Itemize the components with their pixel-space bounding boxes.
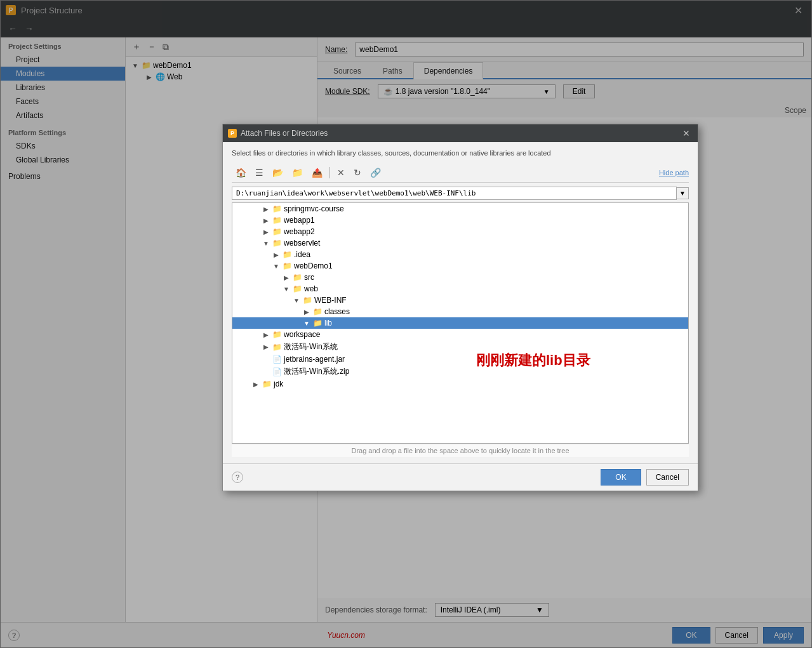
file-tree-item[interactable]: ▼ 📁 WEB-INF [232,294,688,306]
dialog-cancel-button[interactable]: Cancel [646,469,689,486]
link-button[interactable]: 🔗 [366,166,385,180]
file-item-label: jdk [274,380,283,388]
file-tree-item[interactable]: ▶ 📁 workspace [232,329,688,340]
dialog-toolbar: 🏠 ☰ 📂 📁 📤 ✕ ↻ 🔗 Hide path [232,163,689,183]
sidebar-item-facets[interactable]: Facets [1,95,125,109]
delete-button[interactable]: ✕ [333,166,349,180]
dialog-ok-button[interactable]: OK [601,469,641,486]
folder-icon: 📁 [313,319,323,327]
back-button[interactable]: ← [6,22,20,35]
sidebar-item-project[interactable]: Project [1,53,125,67]
name-input[interactable] [355,43,804,56]
file-tree-item[interactable]: ▼ 📁 webDemo1 [232,260,688,272]
folder-icon: 📁 [272,204,282,213]
tab-dependencies[interactable]: Dependencies [413,62,484,79]
sidebar-item-libraries[interactable]: Libraries [1,81,125,95]
sidebar-item-modules[interactable]: Modules [1,67,125,81]
sidebar-item-artifacts[interactable]: Artifacts [1,109,125,122]
forward-button[interactable]: → [22,22,36,35]
path-dropdown-button[interactable]: ▼ [677,187,689,199]
hide-path-link[interactable]: Hide path [659,169,689,176]
file-tree-item[interactable]: ▶ 📁 webapp2 [232,226,688,237]
file-tree-item[interactable]: ▼ 📁 webservlet [232,237,688,249]
file-tree-item[interactable]: ▶ 📁 jdk [232,378,688,390]
expand-arrow: ▶ [145,74,154,81]
ok-button[interactable]: OK [672,627,710,644]
help-icon[interactable]: ? [8,630,20,641]
title-bar-title: Project Structure [21,6,83,15]
storage-dropdown[interactable]: IntelliJ IDEA (.iml) ▼ [435,603,549,617]
folder-icon: 📁 [272,227,282,236]
dialog-footer: ? OK Cancel [223,463,698,491]
path-input[interactable] [232,187,677,200]
home-button[interactable]: 🏠 [232,166,250,180]
bottom-bar: ? Yuucn.com OK Cancel Apply [1,622,811,647]
list-view-button[interactable]: ☰ [251,166,267,180]
file-item-label: .idea [294,250,310,259]
sidebar-item-problems[interactable]: Problems [1,167,125,183]
platform-settings-label: Platform Settings [1,122,125,139]
file-item-label: workspace [284,330,320,339]
file-tree-item[interactable]: ▶ 📁 webapp1 [232,215,688,226]
scope-header-row: Scope [317,103,811,117]
dialog-close-button[interactable]: ✕ [680,128,693,138]
file-item-label: lib [324,319,332,327]
folder-icon: 📁 [142,61,151,70]
sidebar-item-sdks[interactable]: SDKs [1,139,125,153]
new-folder-button[interactable]: 📁 [288,166,307,180]
storage-label: Dependencies storage format: [325,605,427,614]
refresh-button[interactable]: ↻ [350,166,365,180]
sdk-value: 1.8 java version "1.8.0_144" [396,87,490,96]
sdk-dropdown[interactable]: ☕ 1.8 java version "1.8.0_144" ▼ [378,84,556,98]
folder-icon: 📁 [293,273,302,282]
file-tree-item[interactable]: ▶ 📁 .idea [232,249,688,260]
title-bar-left: P Project Structure [6,5,83,15]
file-tree-item[interactable]: 📄 jetbrains-agent.jar [232,354,688,365]
cancel-button[interactable]: Cancel [715,627,758,644]
file-tree-item[interactable]: ▶ 📁 springmvc-course [232,203,688,215]
expand-arrow-icon: ▼ [282,286,291,293]
tree-item-label: webDemo1 [153,61,192,70]
dialog-body: Select files or directories in which lib… [223,142,698,463]
tree-item-webdemo1[interactable]: ▼ 📁 webDemo1 [126,60,317,71]
tree-item-label: Web [167,72,182,81]
file-tree-item-lib[interactable]: ▼ 📁 lib [232,317,688,329]
web-icon: 🌐 [156,72,165,81]
attach-files-dialog: P Attach Files or Directories ✕ Select f… [222,124,698,491]
file-tree-item[interactable]: 📄 激活码-Win系统.zip [232,365,688,378]
copy-button[interactable]: ⧉ [160,41,171,54]
edit-button[interactable]: Edit [563,84,596,98]
add-button[interactable]: ＋ [130,40,143,54]
bottom-buttons: OK Cancel Apply [672,627,804,644]
folder-icon: 📁 [272,216,282,225]
folder-up-button[interactable]: 📤 [308,166,326,180]
scope-label: Scope [785,106,806,115]
remove-button[interactable]: － [145,40,159,54]
tabs-bar: Sources Paths Dependencies [317,62,811,79]
browse-button[interactable]: 📂 [269,166,287,180]
collapse-arrow-icon: ▶ [282,274,291,281]
file-tree-item[interactable]: ▶ 📁 src [232,272,688,283]
file-tree-item[interactable]: ▶ 📁 classes [232,306,688,317]
drag-hint: Drag and drop a file into the space abov… [232,444,689,457]
sidebar-item-global-libraries[interactable]: Global Libraries [1,153,125,167]
file-tree-item[interactable]: ▶ 📁 激活码-Win系统 [232,340,688,354]
file-item-label: src [304,273,314,282]
expand-arrow-icon: ▼ [302,320,311,327]
folder-icon: 📁 [293,284,302,293]
tab-sources[interactable]: Sources [323,62,372,79]
file-tree: ▶ 📁 springmvc-course ▶ 📁 webapp1 ▶ 📁 web… [232,202,689,444]
folder-icon: 📁 [283,261,292,270]
collapse-arrow-icon: ▶ [272,251,281,258]
file-item-label: springmvc-course [284,204,344,213]
storage-row: Dependencies storage format: IntelliJ ID… [317,598,811,622]
tab-paths[interactable]: Paths [372,62,413,79]
separator [329,167,330,178]
file-tree-item[interactable]: ▼ 📁 web [232,283,688,294]
tree-item-web[interactable]: ▶ 🌐 Web [126,71,317,83]
file-item-label: 激活码-Win系统.zip [284,366,349,377]
storage-value: IntelliJ IDEA (.iml) [441,605,501,614]
apply-button[interactable]: Apply [763,627,804,644]
close-button[interactable]: ✕ [790,3,806,18]
dialog-help-icon[interactable]: ? [232,472,243,483]
